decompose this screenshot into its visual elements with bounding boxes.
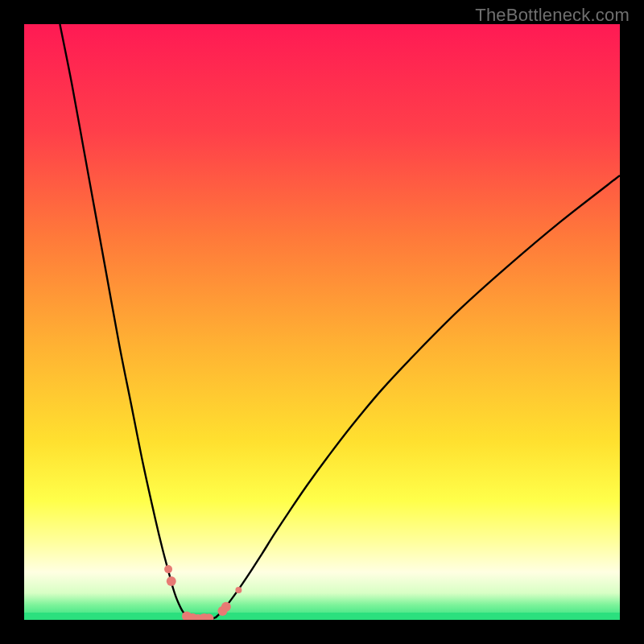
curve-marker [235,587,242,593]
chart-svg [24,24,620,620]
curve-marker [167,576,176,586]
watermark-text: TheBottleneck.com [475,5,630,26]
curve-marker [221,602,231,612]
bottom-green-band [24,613,620,620]
curve-marker [164,565,172,573]
gradient-background [24,24,620,620]
plot-area [24,24,620,620]
outer-frame: TheBottleneck.com [0,0,644,644]
